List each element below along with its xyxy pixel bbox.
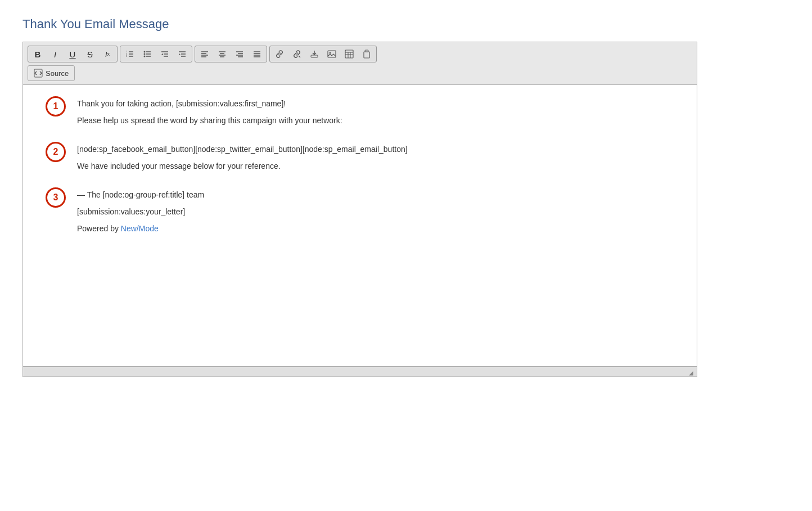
content-line-1: Thank you for taking action, [submission… [77, 99, 342, 108]
outdent-button[interactable] [156, 47, 173, 61]
bold-button[interactable]: B [29, 47, 46, 61]
editor-toolbar: B I U S Ix 123 [23, 42, 697, 85]
align-center-button[interactable] [214, 47, 231, 61]
content-line-2: Please help us spread the word by sharin… [77, 116, 342, 125]
unordered-list-button[interactable] [139, 47, 156, 61]
content-line-7: Powered by New/Mode [77, 224, 204, 233]
resize-handle[interactable]: ◢ [689, 370, 696, 376]
source-button[interactable]: Source [28, 65, 75, 81]
source-label: Source [46, 69, 69, 78]
toolbar-group-alignment [195, 46, 267, 62]
svg-point-6 [144, 51, 146, 53]
source-icon [34, 69, 43, 78]
svg-rect-37 [311, 55, 318, 57]
underline-button[interactable]: U [64, 47, 81, 61]
indent-button[interactable] [174, 47, 191, 61]
align-left-button[interactable] [196, 47, 213, 61]
annotation-badge-2: 2 [46, 142, 66, 162]
toolbar-group-lists: 123 [120, 46, 192, 62]
remove-format-button[interactable]: Ix [99, 47, 116, 61]
svg-rect-48 [34, 69, 42, 77]
svg-rect-46 [364, 52, 369, 58]
svg-rect-39 [328, 51, 336, 57]
svg-marker-19 [179, 53, 181, 55]
align-justify-button[interactable] [249, 47, 265, 61]
editor-footer: ◢ [23, 366, 697, 376]
content-line-3: [node:sp_facebook_email_button][node:sp_… [77, 145, 408, 154]
newmode-link[interactable]: New/Mode [121, 224, 159, 233]
toolbar-row-1: B I U S Ix 123 [28, 46, 692, 62]
remove-link-button[interactable] [288, 47, 305, 61]
italic-button[interactable]: I [47, 47, 64, 61]
content-line-4: We have included your message below for … [77, 162, 408, 171]
svg-point-8 [144, 56, 146, 57]
editor-content-area[interactable]: 1 Thank you for taking action, [submissi… [23, 85, 697, 366]
annotation-badge-1: 1 [46, 96, 66, 116]
ordered-list-button[interactable]: 123 [121, 47, 138, 61]
page-title: Thank You Email Message [22, 17, 790, 32]
svg-text:3: 3 [126, 55, 128, 57]
paste-button[interactable] [358, 47, 375, 61]
toolbar-group-formatting: B I U S Ix [28, 46, 118, 62]
upload-button[interactable] [306, 47, 323, 61]
svg-line-36 [299, 56, 300, 57]
strikethrough-button[interactable]: S [82, 47, 98, 61]
content-line-5: — The [node:og-group-ref:title] team [77, 190, 204, 199]
svg-marker-15 [161, 53, 163, 55]
insert-image-button[interactable] [323, 47, 340, 61]
annotation-badge-3: 3 [46, 187, 66, 208]
align-right-button[interactable] [231, 47, 248, 61]
insert-link-button[interactable] [271, 47, 288, 61]
svg-rect-41 [345, 50, 353, 58]
svg-point-40 [330, 52, 331, 54]
powered-by-text: Powered by [77, 224, 121, 233]
toolbar-group-insert [269, 46, 377, 62]
content-line-6: [submission:values:your_letter] [77, 207, 204, 216]
insert-table-button[interactable] [341, 47, 358, 61]
editor-container: B I U S Ix 123 [22, 42, 697, 377]
svg-point-7 [144, 53, 146, 55]
svg-rect-47 [365, 50, 368, 52]
toolbar-row-2: Source [28, 65, 692, 81]
